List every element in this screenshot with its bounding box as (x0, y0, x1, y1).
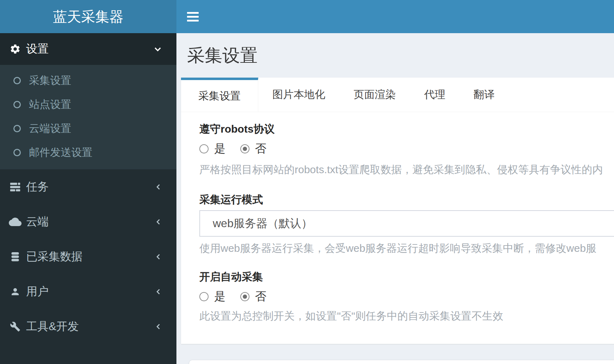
tab-label: 图片本地化 (272, 87, 325, 102)
top-navbar (176, 0, 614, 33)
chevron-left-icon (155, 218, 162, 226)
sidebar-item-collect-settings[interactable]: 采集设置 (0, 68, 176, 92)
field-label-auto-collect: 开启自动采集 (199, 271, 614, 283)
radio-option-label: 否 (255, 141, 266, 157)
sidebar-item-users[interactable]: 用户 (0, 274, 176, 309)
main-content: 采集设置 采集设置 图片本地化 页面渲染 代理 翻译 遵守robots协议 是 (176, 33, 614, 364)
settings-card: 采集设置 图片本地化 页面渲染 代理 翻译 遵守robots协议 是 否 (181, 78, 614, 344)
gear-icon (8, 43, 22, 55)
run-mode-select[interactable]: web服务器（默认） (199, 210, 614, 237)
sidebar-item-tasks[interactable]: 任务 (0, 169, 176, 204)
radio-option-label: 否 (255, 289, 266, 304)
field-label-robots: 遵守robots协议 (199, 123, 614, 135)
auto-collect-radio-group: 是 否 (199, 290, 614, 304)
sidebar-item-label: 任务 (26, 179, 49, 195)
next-section-card (189, 360, 614, 364)
app-logo-text: 蓝天采集器 (53, 7, 124, 26)
sidebar-item-settings[interactable]: 设置 (0, 33, 176, 65)
user-icon (8, 286, 22, 297)
settings-submenu: 采集设置 站点设置 云端设置 邮件发送设置 (0, 65, 176, 169)
cloud-icon (8, 216, 22, 228)
field-help-auto-collect: 此设置为总控制开关，如设置"否"则任务中的自动采集设置不生效 (199, 309, 614, 323)
sidebar-item-cloud[interactable]: 云端 (0, 204, 176, 239)
sidebar-item-tools-dev[interactable]: 工具&开发 (0, 309, 176, 344)
wrench-icon (8, 321, 22, 332)
chevron-left-icon (155, 183, 162, 191)
tab-label: 页面渲染 (354, 87, 396, 102)
field-label-run-mode: 采集运行模式 (199, 193, 614, 206)
robots-radio-group: 是 否 (199, 142, 614, 156)
field-help-run-mode: 使用web服务器运行采集，会受web服务器运行超时影响导致采集中断，需修改web… (199, 242, 614, 255)
chevron-left-icon (155, 288, 162, 296)
sidebar-item-label: 已采集数据 (26, 249, 83, 265)
sidebar-item-label: 用户 (26, 284, 49, 299)
submenu-item-label: 站点设置 (29, 97, 71, 112)
chevron-down-icon (153, 44, 162, 54)
sidebar-item-label: 云端 (26, 214, 49, 230)
tab-bar: 采集设置 图片本地化 页面渲染 代理 翻译 (181, 78, 614, 112)
tab-label: 采集设置 (198, 89, 241, 103)
submenu-item-label: 邮件发送设置 (29, 145, 92, 160)
sidebar-item-cloud-settings[interactable]: 云端设置 (0, 116, 176, 140)
chevron-left-icon (155, 323, 162, 330)
sidebar-toggle-button[interactable] (176, 0, 210, 33)
circle-icon (13, 101, 21, 108)
sidebar-item-label: 设置 (26, 41, 49, 57)
chevron-left-icon (155, 253, 162, 261)
database-icon (8, 251, 22, 262)
tab-proxy[interactable]: 代理 (410, 78, 459, 112)
field-help-robots: 严格按照目标网站的robots.txt设置爬取数据，避免采集到隐私、侵权等具有争… (199, 163, 614, 176)
submenu-item-label: 云端设置 (29, 121, 71, 136)
tab-label: 代理 (424, 87, 445, 102)
tab-page-render[interactable]: 页面渲染 (339, 78, 410, 112)
radio-option-label: 是 (214, 141, 225, 157)
circle-icon (13, 125, 21, 132)
page-title: 采集设置 (187, 44, 258, 67)
radio-auto-collect-yes[interactable] (199, 292, 209, 301)
tab-collect-settings[interactable]: 采集设置 (181, 78, 258, 112)
submenu-item-label: 采集设置 (29, 73, 71, 88)
tab-label: 翻译 (474, 87, 495, 102)
sidebar-item-site-settings[interactable]: 站点设置 (0, 92, 176, 116)
app-logo[interactable]: 蓝天采集器 (0, 0, 176, 33)
run-mode-selected-value: web服务器（默认） (213, 216, 313, 231)
tab-translate[interactable]: 翻译 (459, 78, 509, 112)
radio-robots-no[interactable] (240, 144, 249, 153)
sidebar-item-label: 工具&开发 (26, 319, 79, 334)
sidebar-item-mail-settings[interactable]: 邮件发送设置 (0, 140, 176, 164)
radio-option-label: 是 (214, 289, 225, 304)
sidebar: 设置 采集设置 站点设置 云端设置 邮件发送设置 任务 (0, 33, 176, 364)
settings-form: 遵守robots协议 是 否 严格按照目标网站的robots.txt设置爬取数据… (181, 123, 614, 323)
circle-icon (13, 149, 21, 156)
sidebar-item-collected-data[interactable]: 已采集数据 (0, 239, 176, 274)
tab-image-localization[interactable]: 图片本地化 (258, 78, 339, 112)
circle-icon (13, 77, 21, 84)
tasks-icon (8, 181, 22, 193)
radio-auto-collect-no[interactable] (240, 292, 249, 301)
radio-robots-yes[interactable] (199, 144, 209, 153)
